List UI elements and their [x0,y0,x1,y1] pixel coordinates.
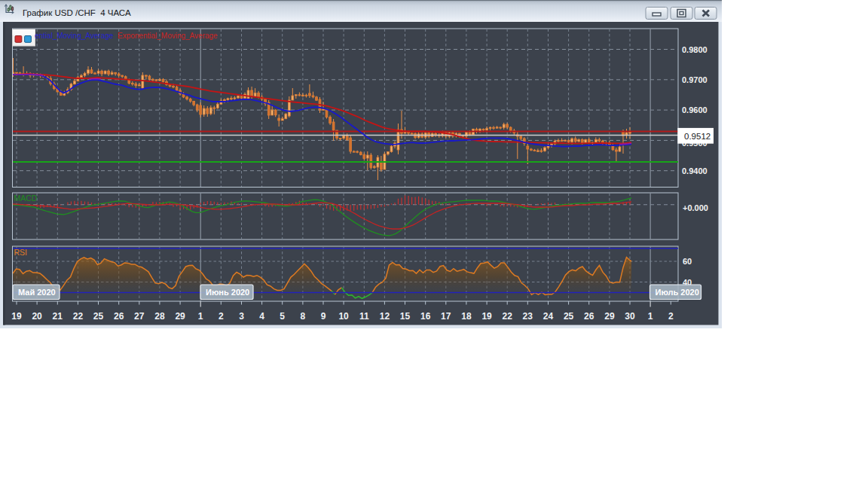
svg-text:2: 2 [668,311,674,322]
svg-text:19: 19 [11,311,22,322]
svg-text:27: 27 [134,311,145,322]
svg-text:Июль 2020: Июль 2020 [656,288,699,297]
svg-text:3: 3 [239,311,244,322]
svg-text:25: 25 [564,311,574,322]
svg-text:17: 17 [441,311,451,322]
svg-text:+0.000: +0.000 [683,203,708,212]
svg-text:12: 12 [380,311,390,322]
svg-text:29: 29 [175,311,185,322]
svg-text:22: 22 [73,311,84,322]
svg-text:21: 21 [53,311,63,322]
svg-text:0.9400: 0.9400 [682,166,708,175]
svg-text:26: 26 [584,311,594,322]
svg-text:16: 16 [420,311,431,322]
svg-text:18: 18 [461,311,472,322]
svg-text:26: 26 [114,311,124,322]
svg-text:4: 4 [259,311,264,322]
svg-text:2: 2 [219,311,224,322]
svg-text:60: 60 [683,257,692,266]
svg-text:График USD /CHF 4 ЧАСА: График USD /CHF 4 ЧАСА [23,8,131,17]
svg-text:Май 2020: Май 2020 [18,288,56,297]
svg-text:23: 23 [523,311,533,322]
svg-text:1: 1 [648,311,653,322]
svg-text:Июнь 2020: Июнь 2020 [206,288,249,297]
svg-text:11: 11 [359,311,369,322]
svg-text:0.9512: 0.9512 [684,132,711,141]
svg-text:24: 24 [543,311,554,322]
svg-text:10: 10 [338,311,349,322]
svg-text:ential_Moving_Average: ential_Moving_Average [35,32,114,40]
svg-text:0.9700: 0.9700 [682,75,708,84]
svg-text:30: 30 [625,311,635,322]
svg-text:9: 9 [321,311,326,322]
svg-text:1: 1 [198,311,203,322]
svg-text:28: 28 [154,311,165,322]
svg-text:15: 15 [400,311,411,322]
svg-text:19: 19 [481,311,492,322]
svg-text:MACD: MACD [14,194,38,203]
svg-text:25: 25 [93,311,104,322]
svg-text:20: 20 [32,311,42,322]
svg-text:0.9600: 0.9600 [682,105,708,114]
svg-text:Exponential_Moving_Average: Exponential_Moving_Average [118,32,218,40]
svg-text:0.9800: 0.9800 [682,45,708,54]
svg-text:29: 29 [604,311,615,322]
svg-text:5: 5 [280,311,285,322]
svg-text:8: 8 [301,311,306,322]
svg-text:RSI: RSI [14,248,28,257]
svg-text:22: 22 [503,311,513,322]
